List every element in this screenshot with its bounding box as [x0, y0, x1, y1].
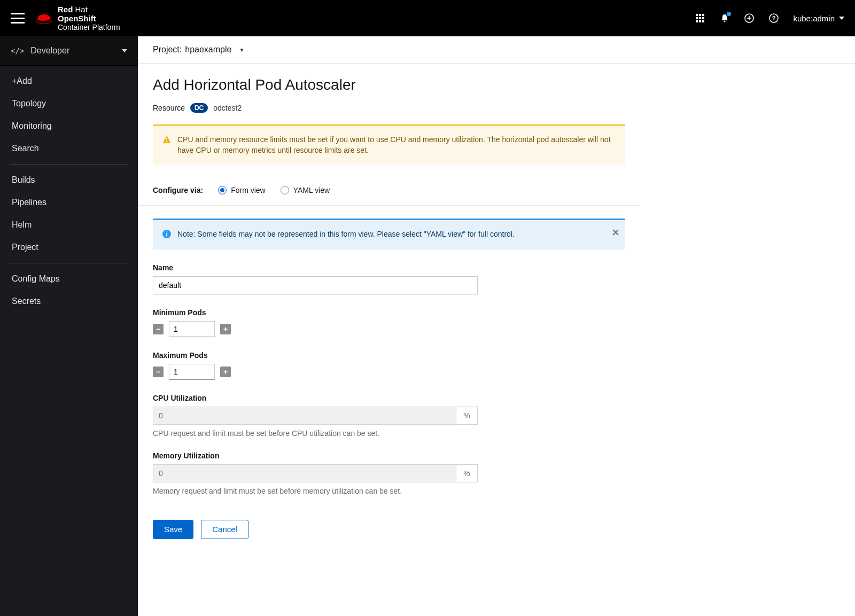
mem-util-unit: %	[456, 464, 478, 482]
max-pods-increment[interactable]: +	[220, 367, 231, 377]
caret-down-icon: ▼	[239, 47, 244, 53]
page-title: Add Horizontal Pod Autoscaler	[153, 76, 625, 93]
min-pods-increment[interactable]: +	[220, 324, 231, 334]
svg-text:?: ?	[772, 15, 776, 21]
resource-label: Resource	[153, 104, 185, 112]
project-selector[interactable]: Project: hpaexample ▼	[138, 36, 855, 64]
brand-logo: Red Hat OpenShift Container Platform	[35, 5, 120, 32]
svg-rect-19	[166, 231, 167, 232]
notification-dot	[727, 12, 731, 16]
sidebar-divider	[10, 263, 128, 263]
svg-rect-10	[702, 20, 704, 22]
sidebar: </> Developer +Add Topology Monitoring S…	[0, 36, 138, 616]
project-label: Project:	[153, 45, 182, 54]
radio-form-label: Form view	[231, 186, 266, 194]
apps-grid-icon[interactable]	[695, 13, 705, 24]
sidebar-divider	[10, 164, 128, 165]
sidebar-item-secrets[interactable]: Secrets	[0, 290, 138, 313]
sidebar-item-helm[interactable]: Helm	[0, 214, 138, 236]
caret-down-icon	[839, 17, 844, 20]
sidebar-item-topology[interactable]: Topology	[0, 92, 138, 115]
brand-line3: Container Platform	[58, 23, 120, 32]
min-pods-decrement[interactable]: −	[153, 324, 164, 334]
code-icon: </>	[11, 46, 24, 55]
brand-line1-b: Hat	[75, 5, 88, 14]
brand-line2: OpenShift	[58, 14, 96, 23]
svg-rect-8	[696, 20, 698, 22]
masthead: Red Hat OpenShift Container Platform	[0, 0, 855, 36]
max-pods-input[interactable]	[169, 364, 215, 380]
svg-point-11	[724, 21, 726, 22]
cpu-help-text: CPU request and limit must be set before…	[153, 429, 625, 438]
notifications-icon[interactable]	[719, 13, 730, 24]
resource-kind-badge: DC	[190, 103, 208, 113]
resource-name: odctest2	[213, 104, 242, 112]
info-alert: Note: Some fields may not be represented…	[153, 219, 625, 249]
svg-rect-4	[702, 14, 704, 16]
name-label: Name	[153, 263, 625, 272]
save-button[interactable]: Save	[153, 520, 193, 539]
min-pods-input[interactable]	[169, 321, 215, 337]
cancel-button[interactable]: Cancel	[201, 520, 248, 539]
project-name: hpaexample	[185, 45, 231, 54]
cpu-util-unit: %	[456, 407, 478, 425]
max-pods-label: Maximum Pods	[153, 351, 625, 360]
user-menu[interactable]: kube:admin	[793, 14, 844, 23]
sidebar-item-monitoring[interactable]: Monitoring	[0, 115, 138, 137]
redhat-fedora-icon	[35, 12, 52, 25]
close-icon[interactable]	[612, 228, 619, 238]
user-name: kube:admin	[793, 14, 835, 23]
perspective-switcher[interactable]: </> Developer	[0, 36, 138, 66]
add-icon[interactable]	[744, 13, 755, 24]
max-pods-decrement[interactable]: −	[153, 367, 164, 377]
svg-rect-15	[166, 138, 167, 141]
mem-help-text: Memory request and limit must be set bef…	[153, 487, 625, 495]
sidebar-item-builds[interactable]: Builds	[0, 169, 138, 191]
resource-line: Resource DC odctest2	[153, 103, 625, 113]
svg-rect-7	[702, 17, 704, 19]
sidebar-item-search[interactable]: Search	[0, 137, 138, 160]
info-text: Note: Some fields may not be represented…	[177, 229, 515, 241]
name-input[interactable]	[153, 276, 478, 294]
cpu-util-label: CPU Utilization	[153, 394, 625, 402]
radio-icon	[218, 186, 227, 194]
radio-icon	[281, 186, 289, 194]
sidebar-item-pipelines[interactable]: Pipelines	[0, 191, 138, 214]
radio-form-view[interactable]: Form view	[218, 186, 266, 194]
sidebar-item-project[interactable]: Project	[0, 236, 138, 259]
configure-via-label: Configure via:	[153, 186, 203, 194]
sidebar-item-configmaps[interactable]: Config Maps	[0, 268, 138, 290]
perspective-label: Developer	[30, 46, 69, 56]
warning-alert: CPU and memory resource limits must be s…	[153, 124, 625, 165]
svg-rect-9	[699, 20, 701, 22]
configure-via-row: Configure via: Form view YAML view	[138, 175, 640, 206]
warning-text: CPU and memory resource limits must be s…	[177, 134, 616, 156]
sidebar-nav: +Add Topology Monitoring Search Builds P…	[0, 66, 138, 317]
menu-toggle-button[interactable]	[11, 13, 25, 24]
svg-rect-3	[699, 14, 701, 16]
brand-line1-a: Red	[58, 5, 73, 14]
svg-rect-5	[696, 17, 698, 19]
min-pods-label: Minimum Pods	[153, 308, 625, 317]
help-icon[interactable]: ?	[768, 13, 779, 24]
mem-util-input	[153, 464, 456, 482]
warning-icon	[162, 135, 171, 156]
main-content: Project: hpaexample ▼ Add Horizontal Pod…	[138, 36, 855, 616]
svg-rect-6	[699, 17, 701, 19]
caret-down-icon	[122, 49, 127, 52]
radio-yaml-label: YAML view	[293, 186, 330, 194]
radio-yaml-view[interactable]: YAML view	[281, 186, 330, 194]
svg-rect-18	[166, 233, 167, 236]
svg-rect-2	[696, 14, 698, 16]
mem-util-label: Memory Utilization	[153, 451, 625, 460]
svg-rect-16	[166, 141, 167, 142]
cpu-util-input	[153, 407, 456, 425]
sidebar-item-add[interactable]: +Add	[0, 70, 138, 92]
info-icon	[162, 230, 171, 241]
